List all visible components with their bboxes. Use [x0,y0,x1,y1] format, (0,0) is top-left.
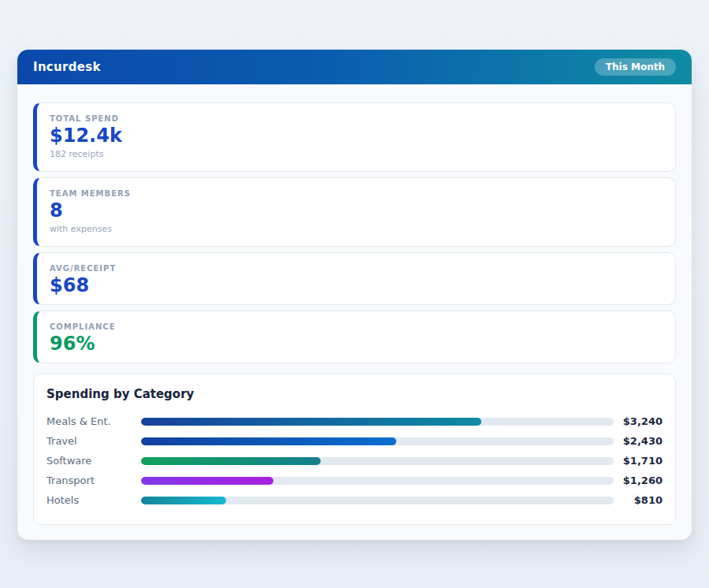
category-label: Transport [46,474,141,486]
stat-card-compliance: COMPLIANCE 96% [33,311,676,363]
stat-card-team-members: TEAM MEMBERS 8 with expenses [33,177,676,247]
spending-by-category-chart: Spending by Category Meals & Ent. $3,240… [33,374,676,525]
chart-row-travel: Travel $2,430 [46,431,663,451]
category-label: Travel [46,435,141,447]
bar-fill-meals [141,418,481,426]
category-value: $3,240 [614,415,663,427]
dashboard-body: TOTAL SPEND $12.4k 182 receipts TEAM MEM… [17,84,692,525]
category-value: $1,260 [614,474,663,486]
category-label: Meals & Ent. [46,415,141,427]
bar-fill-travel [141,437,396,445]
period-badge[interactable]: This Month [595,58,676,76]
dashboard-panel: Incurdesk This Month TOTAL SPEND $12.4k … [17,50,692,540]
category-value: $1,710 [614,455,663,467]
bar-track [141,418,614,426]
stat-subtitle: with expenses [50,224,663,234]
bar-fill-hotels [141,497,226,504]
chart-row-software: Software $1,710 [46,451,663,471]
stat-label: TEAM MEMBERS [50,189,663,198]
stat-subtitle: 182 receipts [50,149,663,159]
bar-track [141,477,614,485]
chart-title: Spending by Category [46,387,663,401]
category-label: Software [46,455,141,467]
stat-card-avg-receipt: AVG/RECEIPT $68 [33,252,676,305]
chart-row-transport: Transport $1,260 [46,471,663,490]
bar-fill-transport [141,477,273,485]
category-value: $810 [614,494,663,506]
stat-label: AVG/RECEIPT [50,264,663,273]
stat-value: 8 [50,200,663,222]
stat-value: $68 [50,275,663,297]
bar-track [141,497,614,504]
stat-card-total-spend: TOTAL SPEND $12.4k 182 receipts [33,102,676,172]
category-label: Hotels [46,494,141,506]
bar-fill-software [141,457,321,465]
stat-value: $12.4k [50,125,663,147]
stat-value: 96% [50,333,663,355]
app-header: Incurdesk This Month [17,50,692,84]
bar-track [141,457,614,465]
stat-label: TOTAL SPEND [50,114,663,123]
app-title: Incurdesk [33,60,101,74]
bar-track [141,437,614,445]
chart-row-meals: Meals & Ent. $3,240 [46,411,663,431]
category-value: $2,430 [614,435,663,447]
chart-row-hotels: Hotels $810 [46,490,663,510]
stat-label: COMPLIANCE [50,322,663,331]
